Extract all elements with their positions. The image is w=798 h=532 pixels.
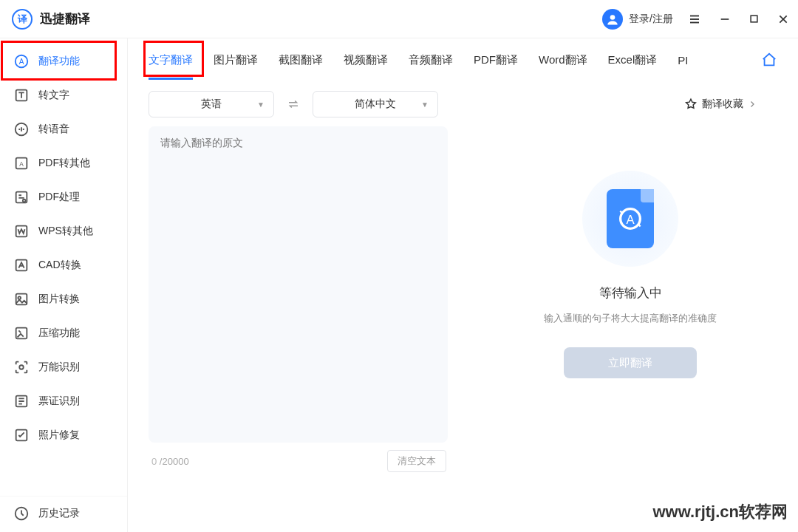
close-icon[interactable] <box>777 13 789 25</box>
content-row: 0 /20000 清空文本 A 等待输入中 输入通顺的句子将大大提高翻译的准确度 <box>128 117 798 472</box>
sidebar-history[interactable]: 历史记录 <box>0 496 127 532</box>
sidebar-item-pdf-process[interactable]: PDF处理 <box>0 180 127 214</box>
source-language-select[interactable]: 英语 ▼ <box>149 91 274 117</box>
tab-word[interactable]: Word翻译 <box>539 53 587 80</box>
language-bar: 英语 ▼ 简体中文 ▼ 翻译收藏 <box>128 81 798 117</box>
menu-icon[interactable] <box>688 13 701 26</box>
sidebar-item-photo-fix[interactable]: 照片修复 <box>0 418 127 452</box>
target-lang-value: 简体中文 <box>355 98 396 111</box>
sidebar-item-to-audio[interactable]: 转语音 <box>0 112 127 146</box>
tab-excel[interactable]: Excel翻译 <box>608 53 658 80</box>
tab-audio[interactable]: 音频翻译 <box>409 53 453 80</box>
title-bar: 译 迅捷翻译 登录/注册 <box>0 0 798 38</box>
watermark-text: www.rjtj.cn软荐网 <box>652 501 788 523</box>
svg-point-0 <box>610 15 615 20</box>
sidebar-label: 翻译功能 <box>38 55 80 68</box>
sidebar-item-wps[interactable]: WPS转其他 <box>0 214 127 248</box>
sidebar-item-ocr[interactable]: 万能识别 <box>0 350 127 384</box>
minimize-icon[interactable] <box>719 13 731 25</box>
sidebar-label: CAD转换 <box>38 259 81 272</box>
home-icon[interactable] <box>761 52 777 81</box>
history-label: 历史记录 <box>38 507 80 520</box>
sidebar-label: WPS转其他 <box>38 225 93 238</box>
sidebar-item-translate[interactable]: A 翻译功能 <box>0 44 127 78</box>
tab-screenshot[interactable]: 截图翻译 <box>279 53 323 80</box>
tab-image[interactable]: 图片翻译 <box>214 53 258 80</box>
chevron-right-icon <box>748 100 757 109</box>
sidebar-item-compress[interactable]: 压缩功能 <box>0 316 127 350</box>
document-translate-icon: A <box>607 189 654 248</box>
result-column: A 等待输入中 输入通顺的句子将大大提高翻译的准确度 立即翻译 <box>483 126 777 472</box>
sidebar-item-ticket[interactable]: 票证识别 <box>0 384 127 418</box>
svg-rect-16 <box>16 226 27 237</box>
svg-point-21 <box>19 365 24 369</box>
fav-label: 翻译收藏 <box>702 98 743 111</box>
app-title: 迅捷翻译 <box>40 10 90 27</box>
input-column: 0 /20000 清空文本 <box>149 126 448 472</box>
sidebar-label: 照片修复 <box>38 429 80 442</box>
chevron-down-icon: ▼ <box>257 100 265 109</box>
svg-text:A: A <box>19 58 24 66</box>
sidebar-label: 图片转换 <box>38 293 80 306</box>
app-logo-icon: 译 <box>12 9 33 30</box>
sidebar-label: 票证识别 <box>38 395 80 408</box>
sidebar-item-cad[interactable]: CAD转换 <box>0 248 127 282</box>
main-area: 文字翻译 图片翻译 截图翻译 视频翻译 音频翻译 PDF翻译 Word翻译 Ex… <box>128 38 798 532</box>
tab-video[interactable]: 视频翻译 <box>344 53 388 80</box>
source-text-input[interactable] <box>149 126 448 443</box>
svg-point-15 <box>23 200 26 202</box>
input-footer: 0 /20000 清空文本 <box>149 443 448 472</box>
user-area[interactable]: 登录/注册 <box>602 9 673 30</box>
sidebar-label: 转文字 <box>38 89 69 102</box>
sidebar-label: 压缩功能 <box>38 327 80 340</box>
svg-text:A: A <box>19 161 24 168</box>
waiting-title: 等待输入中 <box>599 284 662 301</box>
login-link[interactable]: 登录/注册 <box>629 13 673 26</box>
swap-languages-button[interactable] <box>282 92 305 116</box>
sidebar: A 翻译功能 转文字 转语音 A PDF转其他 PDF处理 WPS转其他 CAD… <box>0 38 128 532</box>
maximize-icon[interactable] <box>748 13 760 24</box>
chevron-down-icon: ▼ <box>421 100 429 109</box>
tab-pdf[interactable]: PDF翻译 <box>474 53 518 80</box>
title-left: 译 迅捷翻译 <box>12 9 90 30</box>
sidebar-label: PDF处理 <box>38 191 80 204</box>
svg-rect-18 <box>16 294 27 305</box>
sidebar-label: PDF转其他 <box>38 157 90 170</box>
svg-text:A: A <box>626 213 635 227</box>
target-language-select[interactable]: 简体中文 ▼ <box>313 91 438 117</box>
tab-more[interactable]: PI <box>678 54 688 79</box>
window-controls <box>688 13 789 26</box>
char-counter: 0 /20000 <box>151 456 189 467</box>
svg-rect-5 <box>751 16 757 22</box>
result-placeholder-illustration: A <box>582 171 678 267</box>
tabs: 文字翻译 图片翻译 截图翻译 视频翻译 音频翻译 PDF翻译 Word翻译 Ex… <box>128 38 798 81</box>
sidebar-label: 万能识别 <box>38 361 80 374</box>
sidebar-item-to-text[interactable]: 转文字 <box>0 78 127 112</box>
title-right: 登录/注册 <box>602 9 789 30</box>
clear-text-button[interactable]: 清空文本 <box>387 450 446 472</box>
source-lang-value: 英语 <box>201 98 222 111</box>
tab-text[interactable]: 文字翻译 <box>149 53 193 80</box>
sidebar-item-image[interactable]: 图片转换 <box>0 282 127 316</box>
translate-favorites[interactable]: 翻译收藏 <box>684 98 777 111</box>
avatar-icon <box>602 9 623 30</box>
svg-point-19 <box>18 296 21 299</box>
sidebar-label: 转语音 <box>38 123 69 136</box>
translate-button[interactable]: 立即翻译 <box>564 347 697 378</box>
waiting-tip: 输入通顺的句子将大大提高翻译的准确度 <box>544 312 717 325</box>
sidebar-item-pdf-convert[interactable]: A PDF转其他 <box>0 146 127 180</box>
